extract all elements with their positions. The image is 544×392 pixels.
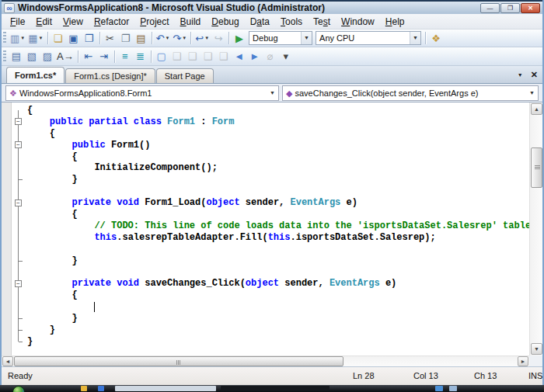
next-bookmark-in-document-button[interactable]: ► xyxy=(247,49,263,64)
menu-item-window[interactable]: Window xyxy=(336,14,380,29)
tray-icon-1[interactable] xyxy=(81,386,87,391)
menu-item-data[interactable]: Data xyxy=(245,14,275,29)
code-line[interactable]: } xyxy=(27,255,529,267)
uncomment-selection-button[interactable]: ≣ xyxy=(133,49,148,64)
redo-button[interactable]: ↷▼ xyxy=(171,30,188,46)
code-line[interactable] xyxy=(27,244,529,255)
code-line[interactable]: { xyxy=(27,128,529,140)
dropdown-arrow-icon[interactable]: ▼ xyxy=(20,36,25,40)
save-button[interactable]: ▣ xyxy=(66,30,82,46)
save-all-button[interactable]: ❐ xyxy=(82,30,97,46)
tab-form1-cs[interactable]: Form1.cs* xyxy=(6,67,65,83)
title-bar[interactable]: ∞ WindowsFormsApplication8 - Microsoft V… xyxy=(2,0,542,14)
scroll-up-icon[interactable]: ▲ xyxy=(531,103,542,115)
paste-button[interactable]: ▤ xyxy=(134,30,149,46)
menu-item-edit[interactable]: Edit xyxy=(30,14,58,29)
scroll-down-icon[interactable]: ▼ xyxy=(531,343,542,355)
code-line[interactable] xyxy=(27,266,529,278)
menu-item-refactor[interactable]: Refactor xyxy=(89,14,134,29)
increase-indent-button[interactable]: ⇥ xyxy=(96,49,112,64)
windows-taskbar[interactable] xyxy=(0,385,544,392)
toolbar-options-button[interactable]: ▾ xyxy=(278,49,294,64)
taskbar-button-inactive[interactable] xyxy=(115,386,216,391)
toggle-bookmark-button[interactable]: ▢ xyxy=(154,49,169,64)
cut-button[interactable]: ✂ xyxy=(103,30,118,46)
tray-icon-4[interactable] xyxy=(449,386,457,391)
dropdown-arrow-icon[interactable]: ▼ xyxy=(182,36,187,40)
menu-item-help[interactable]: Help xyxy=(380,14,410,29)
close-document-icon[interactable]: ✕ xyxy=(531,70,538,80)
menu-item-debug[interactable]: Debug xyxy=(206,14,244,29)
solution-configurations-combo-arrow-icon[interactable]: ▼ xyxy=(301,32,312,44)
code-editor[interactable]: −−−− { public partial class Form1 : Form… xyxy=(2,102,542,366)
code-line[interactable]: { xyxy=(27,105,529,116)
dropdown-arrow-icon[interactable]: ▼ xyxy=(39,36,44,40)
decrease-indent-button[interactable]: ⇤ xyxy=(81,49,96,64)
toolbar-grip[interactable] xyxy=(3,32,6,44)
code-line[interactable]: this.salesrepTableAdapter.Fill(this.ispo… xyxy=(27,232,529,244)
tray-icon-3[interactable] xyxy=(435,386,443,391)
tray-icon-2[interactable] xyxy=(98,386,104,391)
menu-item-tools[interactable]: Tools xyxy=(275,14,308,29)
horizontal-scroll-thumb[interactable] xyxy=(14,356,343,366)
tab-form1-cs-design[interactable]: Form1.cs [Design]* xyxy=(65,68,155,83)
members-dropdown[interactable]: ◆ saveChanges_Click(object sender, Event… xyxy=(282,85,539,101)
dropdown-arrow-icon[interactable]: ▼ xyxy=(165,36,169,40)
taskbar-button-active[interactable] xyxy=(221,386,330,391)
dropdown-arrow-icon[interactable]: ▼ xyxy=(204,36,209,40)
code-line[interactable]: public Form1() xyxy=(27,140,529,151)
fold-collapse-box[interactable]: − xyxy=(15,118,22,125)
tab-start-page[interactable]: Start Page xyxy=(156,68,214,83)
code-line[interactable]: private void Form1_Load(object sender, E… xyxy=(27,197,529,209)
scroll-right-icon[interactable]: ► xyxy=(518,356,528,366)
find-in-files-button[interactable]: ❖ xyxy=(428,30,444,46)
types-dropdown-arrow-icon[interactable]: ▼ xyxy=(267,86,278,100)
new-project-button[interactable]: ▥▼ xyxy=(9,30,26,46)
menu-item-project[interactable]: Project xyxy=(134,14,174,29)
code-line[interactable] xyxy=(27,301,529,313)
display-member-list-button[interactable]: ▤ xyxy=(9,49,24,64)
toolbar-grip[interactable] xyxy=(3,50,6,63)
code-line[interactable] xyxy=(27,186,529,197)
code-line[interactable]: InitializeComponent(); xyxy=(27,162,529,174)
navigate-backward-button[interactable]: ↩▼ xyxy=(194,30,211,46)
menu-item-test[interactable]: Test xyxy=(308,14,336,29)
solution-platforms-combo[interactable]: Any CPU▼ xyxy=(316,31,421,45)
minimize-button[interactable]: — xyxy=(480,3,500,13)
vertical-scrollbar[interactable]: ▲ ▼ xyxy=(529,102,542,356)
start-button[interactable] xyxy=(12,386,25,392)
start-debugging-button[interactable]: ▶ xyxy=(232,30,247,46)
code-line[interactable]: { xyxy=(27,290,529,301)
active-files-dropdown-icon[interactable]: ▼ xyxy=(518,70,523,80)
open-file-button[interactable]: ❏ xyxy=(51,30,66,46)
code-line[interactable]: public partial class Form1 : Form xyxy=(27,116,529,128)
undo-button[interactable]: ↶▼ xyxy=(155,30,172,46)
fold-collapse-box[interactable]: − xyxy=(15,280,22,287)
code-line[interactable]: } xyxy=(27,336,529,348)
menu-item-file[interactable]: File xyxy=(5,14,30,29)
display-word-completion-button[interactable]: ▧ xyxy=(24,49,40,64)
solution-platforms-combo-arrow-icon[interactable]: ▼ xyxy=(410,32,420,44)
solution-configurations-combo[interactable]: Debug▼ xyxy=(249,31,312,45)
code-line[interactable]: } xyxy=(27,313,529,324)
members-dropdown-arrow-icon[interactable]: ▼ xyxy=(526,86,538,100)
display-parameter-info-button[interactable]: A→ xyxy=(55,49,75,64)
close-button[interactable]: ✕ xyxy=(521,3,540,13)
add-new-item-button[interactable]: ▦▼ xyxy=(26,30,44,46)
code-line[interactable]: { xyxy=(27,151,529,163)
comment-selection-button[interactable]: ≡ xyxy=(117,49,133,64)
menu-item-view[interactable]: View xyxy=(58,14,89,29)
vertical-scroll-thumb[interactable] xyxy=(531,147,542,188)
fold-collapse-box[interactable]: − xyxy=(15,199,22,206)
horizontal-scrollbar[interactable]: ◄ ► xyxy=(2,356,529,366)
copy-button[interactable]: ❐ xyxy=(118,30,134,46)
code-line[interactable]: // TODO: This line of code loads data in… xyxy=(27,220,529,232)
scroll-left-icon[interactable]: ◄ xyxy=(2,356,13,366)
previous-bookmark-in-document-button[interactable]: ◄ xyxy=(232,49,247,64)
code-text[interactable]: { public partial class Form1 : Form { pu… xyxy=(27,105,529,348)
code-line[interactable]: { xyxy=(27,209,529,220)
types-dropdown[interactable]: ❖ WindowsFormsApplication8.Form1 ▼ xyxy=(5,85,279,101)
code-line[interactable]: private void saveChanges_Click(object se… xyxy=(27,278,529,290)
menu-item-build[interactable]: Build xyxy=(175,14,207,29)
restore-button[interactable]: ❐ xyxy=(500,3,520,13)
